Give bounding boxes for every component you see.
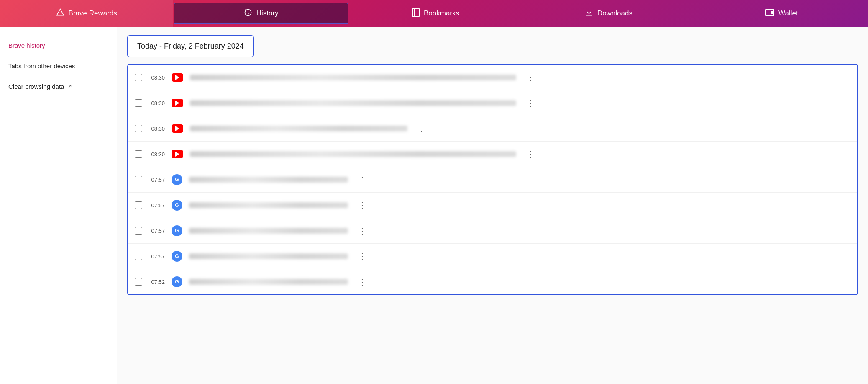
svg-rect-2: [412, 8, 419, 17]
history-time: 08:30: [149, 75, 165, 81]
history-icon: [244, 8, 252, 19]
history-checkbox[interactable]: [135, 278, 142, 286]
history-time: 08:30: [149, 100, 165, 106]
youtube-favicon-icon: [172, 150, 183, 158]
sidebar-label-brave-history: Brave history: [8, 42, 45, 49]
history-time: 08:30: [149, 126, 165, 132]
history-checkbox[interactable]: [135, 74, 142, 81]
more-options-button[interactable]: ⋮: [414, 122, 429, 135]
sidebar-item-tabs-other-devices[interactable]: Tabs from other devices: [0, 56, 117, 76]
history-list: 08:30 ⋮ 08:30 ⋮ 08:30 ⋮: [127, 64, 858, 295]
history-item-title: [189, 228, 348, 234]
history-item-title: [190, 126, 407, 131]
nav-label-bookmarks: Bookmarks: [424, 9, 459, 18]
youtube-favicon-icon: [172, 73, 183, 82]
sidebar-item-brave-history[interactable]: Brave history: [0, 35, 117, 56]
more-options-button[interactable]: ⋮: [355, 224, 370, 237]
main-content: Today - Friday, 2 February 2024 08:30 ⋮ …: [117, 27, 868, 384]
history-row: 07:57 ⋮: [128, 167, 857, 193]
history-item-title: [189, 202, 348, 208]
history-item-title: [190, 151, 516, 157]
gtranslate-favicon-icon: [172, 251, 182, 262]
history-time: 07:52: [149, 279, 165, 285]
date-header-text: Today - Friday, 2 February 2024: [137, 42, 244, 50]
youtube-favicon-icon: [172, 124, 183, 133]
history-item-title: [190, 75, 516, 80]
more-options-button[interactable]: ⋮: [355, 198, 370, 212]
history-row: 07:57 ⋮: [128, 218, 857, 244]
main-layout: Brave history Tabs from other devices Cl…: [0, 27, 868, 384]
history-checkbox[interactable]: [135, 227, 142, 235]
external-link-icon: ↗: [67, 83, 72, 90]
history-row: 08:30 ⋮: [128, 142, 857, 167]
svg-rect-7: [771, 11, 773, 14]
more-options-button[interactable]: ⋮: [523, 71, 538, 84]
sidebar-label-tabs-other-devices: Tabs from other devices: [8, 62, 75, 70]
history-item-title: [189, 177, 348, 183]
topbar: Brave Rewards History Bookmarks Download…: [0, 0, 868, 27]
history-item-title: [190, 100, 516, 106]
more-options-button[interactable]: ⋮: [523, 147, 538, 161]
history-checkbox[interactable]: [135, 176, 142, 183]
history-time: 07:57: [149, 228, 165, 234]
brave-rewards-icon: [56, 8, 64, 19]
nav-label-downloads: Downloads: [597, 9, 632, 18]
more-options-button[interactable]: ⋮: [355, 250, 370, 263]
nav-brave-rewards[interactable]: Brave Rewards: [0, 0, 173, 27]
history-time: 07:57: [149, 202, 165, 209]
date-header: Today - Friday, 2 February 2024: [127, 35, 254, 57]
nav-label-history: History: [256, 9, 279, 18]
history-checkbox[interactable]: [135, 150, 142, 158]
sidebar-label-clear-browsing-data: Clear browsing data: [8, 83, 64, 90]
gtranslate-favicon-icon: [172, 174, 182, 185]
sidebar-item-clear-browsing-data[interactable]: Clear browsing data ↗: [0, 76, 117, 97]
more-options-button[interactable]: ⋮: [523, 96, 538, 110]
more-options-button[interactable]: ⋮: [355, 275, 370, 289]
nav-bookmarks[interactable]: Bookmarks: [349, 0, 522, 27]
history-time: 08:30: [149, 151, 165, 157]
history-checkbox[interactable]: [135, 201, 142, 209]
history-row: 08:30 ⋮: [128, 116, 857, 142]
history-row: 07:57 ⋮: [128, 193, 857, 218]
history-row: 07:52 ⋮: [128, 269, 857, 294]
nav-downloads[interactable]: Downloads: [522, 0, 695, 27]
history-row: 08:30 ⋮: [128, 65, 857, 90]
history-row: 07:57 ⋮: [128, 244, 857, 269]
history-checkbox[interactable]: [135, 99, 142, 107]
history-time: 07:57: [149, 253, 165, 260]
youtube-favicon-icon: [172, 99, 183, 107]
history-time: 07:57: [149, 177, 165, 183]
svg-marker-0: [56, 9, 64, 15]
wallet-icon: [765, 9, 774, 18]
gtranslate-favicon-icon: [172, 276, 182, 287]
gtranslate-favicon-icon: [172, 200, 182, 211]
history-item-title: [189, 253, 348, 259]
gtranslate-favicon-icon: [172, 225, 182, 236]
nav-wallet[interactable]: Wallet: [695, 0, 868, 27]
downloads-icon: [585, 8, 593, 19]
more-options-button[interactable]: ⋮: [355, 173, 370, 186]
nav-label-wallet: Wallet: [778, 9, 798, 18]
history-row: 08:30 ⋮: [128, 90, 857, 116]
history-item-title: [189, 279, 348, 285]
sidebar: Brave history Tabs from other devices Cl…: [0, 27, 117, 384]
nav-label-brave-rewards: Brave Rewards: [69, 9, 117, 18]
nav-history[interactable]: History: [174, 3, 348, 24]
history-checkbox[interactable]: [135, 253, 142, 260]
bookmarks-icon: [412, 8, 420, 19]
history-checkbox[interactable]: [135, 125, 142, 132]
